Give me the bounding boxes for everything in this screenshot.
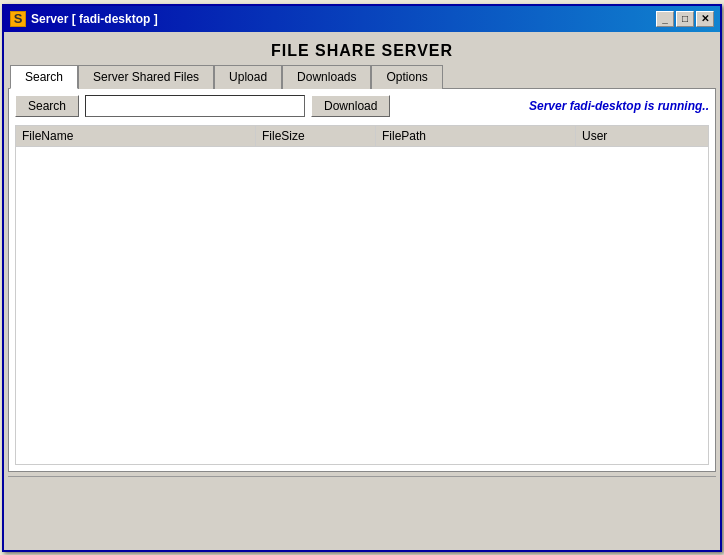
status-text: Server fadi-desktop is running.. — [529, 99, 709, 113]
toolbar: Search Download Server fadi-desktop is r… — [15, 95, 709, 117]
main-panel: Search Download Server fadi-desktop is r… — [8, 88, 716, 472]
close-button[interactable]: ✕ — [696, 11, 714, 27]
title-bar: S Server [ fadi-desktop ] _ □ ✕ — [4, 6, 720, 32]
download-button[interactable]: Download — [311, 95, 390, 117]
column-filename: FileName — [16, 126, 256, 146]
window-icon: S — [10, 11, 26, 27]
window-content: FILE SHARE SERVER Search Server Shared F… — [4, 32, 720, 550]
title-bar-left: S Server [ fadi-desktop ] — [10, 11, 158, 27]
window-title: Server [ fadi-desktop ] — [31, 12, 158, 26]
title-buttons: _ □ ✕ — [656, 11, 714, 27]
app-title: FILE SHARE SERVER — [8, 36, 716, 64]
search-button[interactable]: Search — [15, 95, 79, 117]
tab-bar: Search Server Shared Files Upload Downlo… — [8, 64, 716, 88]
bottom-panel — [8, 476, 716, 546]
tab-search[interactable]: Search — [10, 65, 78, 89]
tab-downloads[interactable]: Downloads — [282, 65, 371, 89]
main-window: S Server [ fadi-desktop ] _ □ ✕ FILE SHA… — [2, 4, 722, 552]
column-filepath: FilePath — [376, 126, 576, 146]
search-input[interactable] — [85, 95, 305, 117]
tab-upload[interactable]: Upload — [214, 65, 282, 89]
maximize-button[interactable]: □ — [676, 11, 694, 27]
column-filesize: FileSize — [256, 126, 376, 146]
table-header: FileName FileSize FilePath User — [15, 125, 709, 147]
tab-options[interactable]: Options — [371, 65, 442, 89]
tab-server-shared-files[interactable]: Server Shared Files — [78, 65, 214, 89]
minimize-button[interactable]: _ — [656, 11, 674, 27]
table-body — [15, 147, 709, 465]
column-user: User — [576, 126, 708, 146]
